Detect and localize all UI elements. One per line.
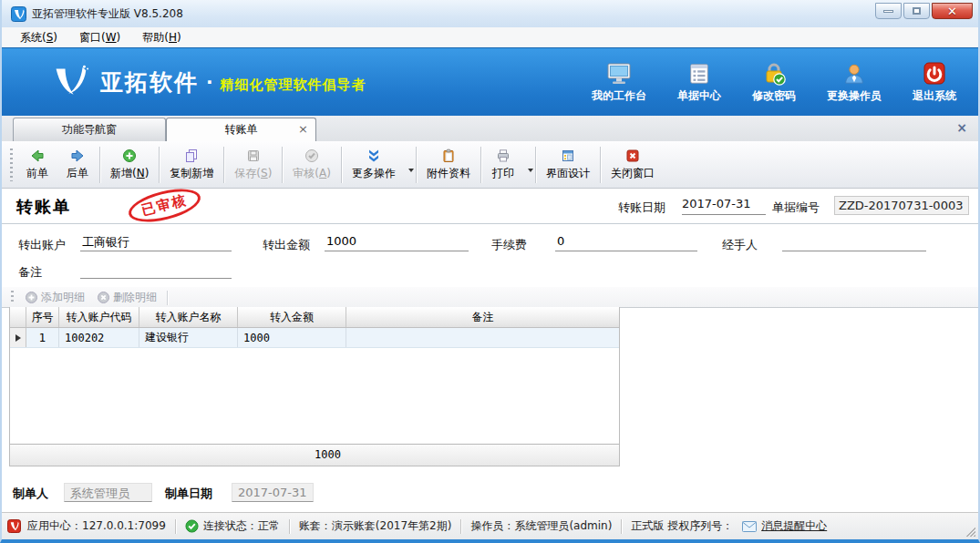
col-account-code-header[interactable]: 转入账户代码: [59, 307, 139, 327]
menu-window[interactable]: 窗口(W): [70, 28, 129, 47]
maximize-button[interactable]: [903, 3, 930, 19]
status-separator: [460, 519, 461, 534]
maximize-icon: [913, 7, 921, 15]
row-selector-cell: [10, 328, 26, 347]
seq-cell: 1: [26, 328, 59, 347]
more-dropdown-caret-icon[interactable]: [408, 169, 414, 172]
minimize-icon: [883, 10, 893, 13]
make-date-field: 2017-07-31: [232, 483, 314, 502]
grid-empty-area[interactable]: [10, 348, 619, 444]
printer-icon: [496, 149, 511, 164]
menu-bar: 系统(S) 窗口(W) 帮助(H): [2, 27, 978, 47]
close-window-button[interactable]: 关闭窗口: [603, 146, 663, 184]
footer-fields: 制单人 系统管理员 制单日期 2017-07-31: [2, 475, 978, 513]
clipboard-icon: [441, 149, 456, 164]
attachment-button[interactable]: 附件资料: [418, 146, 479, 184]
change-password-button[interactable]: 修改密码: [752, 60, 796, 104]
remove-detail-icon: [98, 292, 109, 303]
col-note-header[interactable]: 备注: [346, 307, 619, 327]
title-bar[interactable]: 亚拓管理软件专业版 V8.5.208 ✕: [2, 0, 978, 27]
remark-field[interactable]: [80, 261, 232, 279]
close-window-icon: [625, 149, 640, 164]
document-list-icon: [687, 60, 711, 86]
account-set-status: 账套：演示账套(2017年第2期): [299, 518, 452, 534]
menu-system[interactable]: 系统(S): [11, 28, 67, 47]
resize-grip[interactable]: [966, 528, 975, 537]
out-amount-field[interactable]: 1000: [325, 233, 469, 251]
detail-toolbar-grip: [11, 291, 14, 304]
window-controls: ✕: [875, 3, 973, 19]
exit-system-button[interactable]: 退出系统: [913, 60, 956, 104]
current-row-pointer-icon: [15, 334, 21, 342]
brand-name: 亚拓软件: [100, 67, 199, 97]
table-row[interactable]: 1 100202 建设银行 1000: [10, 328, 619, 348]
minimize-button[interactable]: [875, 3, 902, 19]
remove-detail-button: 删除明细: [91, 288, 163, 307]
prev-doc-button[interactable]: 前单: [17, 146, 57, 184]
note-cell: [346, 328, 619, 347]
col-account-name-header[interactable]: 转入账户名称: [139, 307, 238, 327]
voucher-no-field[interactable]: ZZD-20170731-0003: [834, 196, 969, 215]
col-seq-header[interactable]: 序号: [26, 307, 59, 327]
grid-total-row: 1000: [10, 444, 619, 466]
layout-design-icon: [561, 149, 575, 164]
print-dropdown-caret-icon[interactable]: [528, 169, 533, 172]
remark-label: 备注: [18, 264, 42, 281]
print-button[interactable]: 打印: [483, 146, 523, 184]
brand-banner: 亚拓软件 · 精细化管理软件倡导者 我的工作台 单据中心 修改密: [2, 47, 978, 116]
tab-close-icon[interactable]: ×: [298, 122, 308, 136]
close-button[interactable]: ✕: [932, 3, 973, 19]
maker-field: 系统管理员: [64, 483, 152, 502]
tabstrip-close-icon[interactable]: ×: [956, 120, 967, 135]
form-header: 转账单 已审核 转账日期 2017-07-31 单据编号 ZZD-2017073…: [2, 189, 978, 224]
make-date-label: 制单日期: [165, 486, 212, 502]
brand-block: 亚拓软件 · 精细化管理软件倡导者: [49, 64, 366, 100]
next-doc-button[interactable]: 后单: [57, 146, 98, 184]
detail-section: 添加明细 删除明细 序号 转入账户代码 转入账户名称 转入金额 备注 1 100…: [2, 287, 978, 475]
monitor-icon: [606, 60, 632, 86]
connection-status: 连接状态：正常: [185, 518, 280, 534]
col-amount-header[interactable]: 转入金额: [238, 307, 346, 327]
toolbar-separator: [282, 147, 283, 183]
document-center-button[interactable]: 单据中心: [677, 60, 721, 104]
tab-transfer-voucher[interactable]: 转账单 ×: [166, 118, 316, 141]
tab-nav-panel[interactable]: 功能导航窗: [13, 118, 166, 141]
copy-new-button[interactable]: 复制新增: [161, 146, 222, 184]
status-bar: 应用中心：127.0.0.1:7099 连接状态：正常 账套：演示账套(2017…: [2, 513, 978, 539]
toolbar-separator: [159, 147, 160, 183]
audit-button: 审核(A): [284, 146, 339, 184]
message-center-link[interactable]: 消息提醒中心: [742, 518, 827, 534]
ui-design-button[interactable]: 界面设计: [538, 146, 598, 184]
toolbar-separator: [341, 147, 342, 183]
toolbar-separator: [99, 147, 100, 183]
add-icon: [122, 149, 137, 164]
connection-ok-icon: [185, 519, 199, 533]
audited-stamp: 已审核: [125, 183, 203, 229]
power-icon: [922, 60, 947, 86]
handler-field[interactable]: [782, 233, 926, 251]
out-account-label: 转出账户: [18, 237, 66, 253]
fee-label: 手续费: [491, 237, 527, 253]
print-group: 打印: [483, 146, 533, 184]
operator-status: 操作员：系统管理员(admin): [470, 518, 612, 534]
app-center-icon: [7, 519, 21, 533]
add-detail-button: 添加明细: [19, 288, 91, 307]
menu-help[interactable]: 帮助(H): [133, 28, 190, 47]
user-icon: [842, 60, 866, 86]
app-window: 亚拓管理软件专业版 V8.5.208 ✕ 系统(S) 窗口(W) 帮助(H) 亚…: [0, 0, 980, 543]
add-new-button[interactable]: 新增(N): [102, 146, 157, 184]
audit-check-icon: [304, 149, 319, 164]
maker-label: 制单人: [13, 486, 48, 502]
fee-field[interactable]: 0: [555, 233, 697, 251]
transfer-date-field[interactable]: 2017-07-31: [682, 197, 766, 215]
out-account-field[interactable]: 工商银行: [80, 233, 232, 251]
toolbar-separator: [600, 147, 601, 183]
arrow-left-icon: [30, 149, 45, 164]
more-actions-button[interactable]: 更多操作: [344, 146, 404, 184]
my-workbench-button[interactable]: 我的工作台: [592, 60, 646, 104]
window-title: 亚拓管理软件专业版 V8.5.208: [32, 6, 183, 22]
double-chevron-down-icon: [366, 149, 381, 164]
toolbar-grip[interactable]: [10, 149, 13, 181]
switch-operator-button[interactable]: 更换操作员: [827, 60, 882, 104]
license-status: 正式版 授权序列号：: [631, 518, 733, 534]
